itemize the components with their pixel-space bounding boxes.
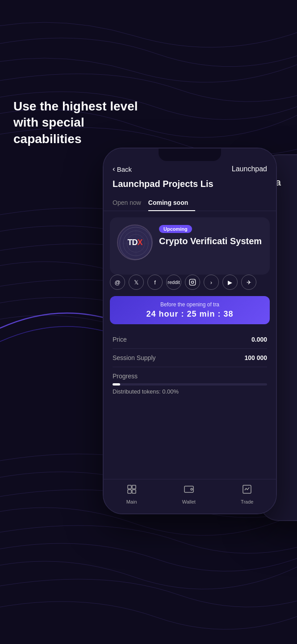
trade-nav-label: Trade [241, 499, 253, 504]
project-name: Crypto Verificati System [159, 236, 263, 246]
main-nav-icon [126, 484, 137, 497]
project-card: TDX Upcoming Crypto Verificati System [110, 217, 270, 275]
detail-row-price: Price 0.000 [113, 330, 267, 349]
notch [159, 148, 221, 161]
supply-label: Session Supply [113, 354, 156, 361]
instagram-icon[interactable] [185, 275, 200, 290]
price-label: Price [113, 336, 127, 343]
tab-coming-soon[interactable]: Coming soon [148, 195, 195, 211]
svg-rect-10 [184, 486, 193, 492]
back-chevron-icon: ‹ [113, 165, 115, 174]
bottom-nav: Main Wallet [104, 479, 276, 513]
progress-bar-fill [113, 383, 120, 386]
wallet-nav-label: Wallet [182, 499, 196, 504]
trade-nav-item[interactable]: Trade [241, 484, 253, 504]
svg-rect-7 [132, 485, 136, 489]
progress-section: Progress Distributed tokens: 0.00% [104, 367, 276, 400]
detail-row-supply: Session Supply 100 000 [113, 349, 267, 367]
header-title: Launchpad [232, 165, 267, 173]
tabs-bar: Open now Coming soon [104, 195, 276, 211]
more-icon[interactable]: › [204, 275, 219, 290]
page-title: Launchpad Projects Lis [104, 179, 276, 195]
project-logo: TDX [117, 225, 153, 260]
logo-x: X [137, 238, 142, 247]
back-button[interactable]: ‹ Back [113, 165, 132, 174]
upcoming-badge: Upcoming [159, 225, 192, 233]
svg-rect-8 [128, 490, 131, 493]
trade-nav-icon [242, 484, 252, 497]
reddit-icon[interactable]: reddit [166, 275, 181, 290]
progress-label: Progress [113, 373, 267, 380]
svg-rect-3 [189, 279, 195, 285]
svg-point-4 [191, 281, 193, 283]
logo-text: TDX [127, 238, 142, 247]
facebook-icon[interactable]: f [147, 275, 163, 290]
back-label: Back [117, 165, 132, 173]
supply-value: 100 000 [244, 354, 267, 361]
wallet-nav-icon [184, 484, 194, 497]
svg-rect-9 [132, 490, 136, 493]
main-nav-label: Main [126, 499, 137, 504]
card-info: Upcoming Crypto Verificati System [159, 225, 263, 246]
hero-text: Use the highest level with special capab… [13, 98, 152, 147]
svg-point-5 [194, 280, 194, 281]
telegram-icon[interactable]: ✈ [241, 275, 256, 290]
at-icon[interactable]: @ [110, 275, 125, 290]
progress-bar-bg [113, 383, 267, 386]
youtube-icon[interactable]: ▶ [222, 275, 238, 290]
distributed-tokens-text: Distributed tokens: 0.00% [113, 388, 267, 395]
main-nav-item[interactable]: Main [126, 484, 137, 504]
wallet-nav-item[interactable]: Wallet [182, 484, 196, 504]
countdown-label: Before the opening of tra [117, 301, 263, 308]
twitter-icon[interactable]: 𝕏 [129, 275, 144, 290]
countdown-time: 24 hour : 25 min : 38 [117, 309, 263, 319]
price-value: 0.000 [251, 336, 267, 343]
phone-primary: ‹ Back Launchpad Launchpad Projects Lis … [103, 148, 277, 514]
social-icons-row: @ 𝕏 f reddit › ▶ ✈ [104, 275, 276, 290]
phone-screen: ‹ Back Launchpad Launchpad Projects Lis … [104, 148, 276, 513]
tab-open-now[interactable]: Open now [113, 195, 148, 211]
detail-rows: Price 0.000 Session Supply 100 000 [104, 330, 276, 367]
countdown-banner: Before the opening of tra 24 hour : 25 m… [110, 296, 270, 324]
svg-rect-6 [128, 485, 131, 489]
